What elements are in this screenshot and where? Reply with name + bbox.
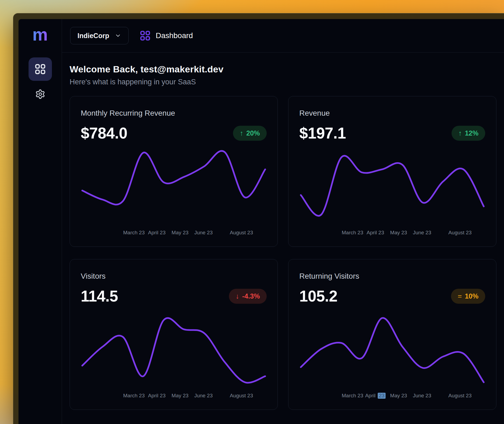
grid-icon xyxy=(34,63,46,75)
x-axis-label: May 23 xyxy=(172,230,188,236)
welcome-subtitle: Here's what is happening in your SaaS xyxy=(70,78,496,86)
sidebar-item-settings[interactable] xyxy=(35,89,45,99)
value-row: $197.1 ↑ 12% xyxy=(299,124,485,142)
team-selector-button[interactable]: IndieCorp xyxy=(70,27,129,44)
x-axis: March 23April 23May 23June 23August 23 xyxy=(81,393,267,400)
makerkit-logo: m xyxy=(32,26,48,44)
trend-badge-label: -4.3% xyxy=(242,292,260,300)
x-axis-label: June 23 xyxy=(413,393,431,399)
trend-badge: = 10% xyxy=(451,289,485,304)
card-title: Monthly Recurring Revenue xyxy=(81,109,267,118)
metric-cards-grid: Monthly Recurring Revenue $784.0 ↑ 20% M… xyxy=(70,96,496,410)
metric-value: $197.1 xyxy=(299,124,346,142)
line-chart xyxy=(81,309,267,392)
app-window: m xyxy=(13,13,504,424)
x-axis: March 23April23May 23June 23August 23 xyxy=(299,393,485,400)
x-axis: March 23April 23May 23June 23August 23 xyxy=(81,230,267,237)
gear-icon xyxy=(35,89,45,99)
x-axis-label: March 23 xyxy=(342,230,363,236)
trend-badge: ↑ 12% xyxy=(452,126,485,141)
x-axis-label: August 23 xyxy=(230,230,253,236)
metric-value: 114.5 xyxy=(81,287,118,305)
main-area: IndieCorp Dashboard Welcome xyxy=(62,19,504,424)
card-title: Visitors xyxy=(81,272,267,281)
x-axis-label: March 23 xyxy=(123,230,145,236)
trend-flat-icon: = xyxy=(458,293,462,300)
dashboard-content: Welcome Back, test@makerkit.dev Here's w… xyxy=(62,53,504,424)
x-axis-label: August 23 xyxy=(448,393,472,399)
grid-icon xyxy=(139,30,151,41)
trend-up-icon: ↑ xyxy=(240,130,243,137)
card-returning-visitors: Returning Visitors 105.2 = 10% March 23A… xyxy=(288,259,496,410)
card-visitors: Visitors 114.5 ↓ -4.3% March 23April 23M… xyxy=(70,259,278,410)
chart-line xyxy=(82,318,265,383)
trend-up-icon: ↑ xyxy=(458,130,462,137)
trend-down-icon: ↓ xyxy=(236,293,239,300)
x-axis-label: April 23 xyxy=(148,230,166,236)
x-axis-label: April23 xyxy=(365,393,385,399)
line-chart xyxy=(299,309,485,392)
x-axis-label: May 23 xyxy=(390,230,407,236)
app-window-content: m xyxy=(18,19,504,424)
trend-badge-label: 12% xyxy=(465,129,478,137)
card-title: Returning Visitors xyxy=(299,272,485,281)
value-row: $784.0 ↑ 20% xyxy=(81,124,267,142)
chevron-down-icon xyxy=(115,32,121,39)
trend-badge-label: 20% xyxy=(246,129,260,137)
welcome-heading: Welcome Back, test@makerkit.dev xyxy=(70,64,496,75)
x-axis-label: May 23 xyxy=(390,393,407,399)
breadcrumb: Dashboard xyxy=(139,30,193,41)
x-axis: March 23April 23May 23June 23August 23 xyxy=(299,230,485,237)
line-chart xyxy=(299,146,485,229)
chart-line xyxy=(301,156,484,216)
desktop-wallpaper: { "sidebar": { "logo": "m", "items": [ {… xyxy=(0,0,504,424)
x-axis-label: June 23 xyxy=(194,230,213,236)
top-bar: IndieCorp Dashboard xyxy=(62,19,504,53)
line-chart xyxy=(81,146,267,229)
page-title: Dashboard xyxy=(156,31,193,40)
x-axis-label: August 23 xyxy=(230,393,253,399)
selected-text-highlight: 23 xyxy=(378,393,385,399)
card-monthly-recurring-revenue: Monthly Recurring Revenue $784.0 ↑ 20% M… xyxy=(70,96,278,247)
trend-badge: ↓ -4.3% xyxy=(229,289,267,304)
value-row: 105.2 = 10% xyxy=(299,287,485,305)
x-axis-label: March 23 xyxy=(123,393,145,399)
x-axis-label: June 23 xyxy=(413,230,431,236)
chart-line xyxy=(301,318,484,382)
card-title: Revenue xyxy=(299,109,485,118)
value-row: 114.5 ↓ -4.3% xyxy=(81,287,267,305)
x-axis-label: August 23 xyxy=(448,230,472,236)
x-axis-label: April 23 xyxy=(367,230,384,236)
x-axis-label: June 23 xyxy=(194,393,213,399)
metric-value: $784.0 xyxy=(81,124,127,142)
team-selector-label: IndieCorp xyxy=(77,32,109,40)
card-revenue: Revenue $197.1 ↑ 12% March 23April 23May… xyxy=(288,96,496,247)
x-axis-label: April 23 xyxy=(148,393,166,399)
trend-badge-label: 10% xyxy=(465,292,478,300)
metric-value: 105.2 xyxy=(299,287,337,305)
x-axis-label: May 23 xyxy=(172,393,188,399)
sidebar: m xyxy=(18,19,62,424)
x-axis-label: March 23 xyxy=(342,393,363,399)
sidebar-item-dashboard[interactable] xyxy=(29,57,52,81)
trend-badge: ↑ 20% xyxy=(233,126,267,141)
chart-line xyxy=(82,151,265,205)
